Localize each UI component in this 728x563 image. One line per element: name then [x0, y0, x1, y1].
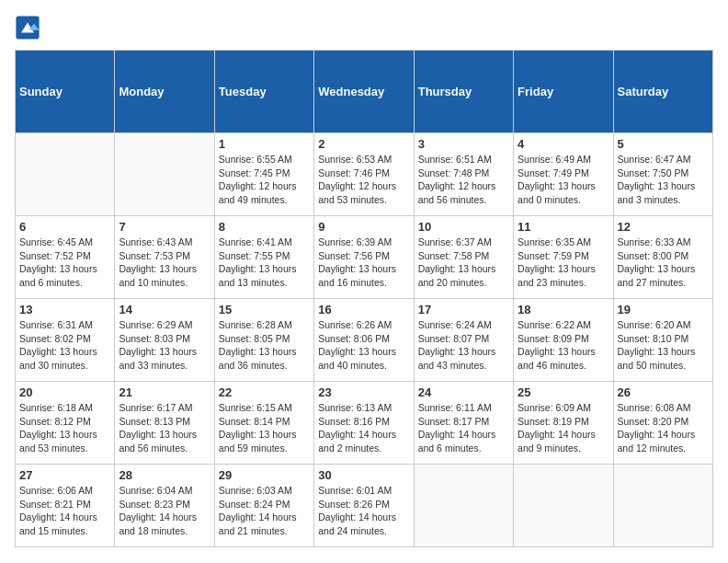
calendar-cell: 17Sunrise: 6:24 AM Sunset: 8:07 PM Dayli…	[414, 299, 513, 382]
calendar-cell: 9Sunrise: 6:39 AM Sunset: 7:56 PM Daylig…	[314, 216, 414, 299]
day-number: 9	[318, 220, 409, 234]
calendar-cell	[414, 465, 513, 547]
day-number: 30	[318, 468, 409, 482]
day-info: Sunrise: 6:26 AM Sunset: 8:06 PM Dayligh…	[318, 318, 409, 373]
day-number: 5	[618, 137, 709, 151]
day-number: 11	[518, 220, 609, 234]
calendar-cell	[115, 133, 214, 216]
day-number: 10	[418, 220, 509, 234]
calendar-cell: 30Sunrise: 6:01 AM Sunset: 8:26 PM Dayli…	[314, 465, 414, 547]
day-number: 2	[318, 137, 409, 151]
calendar-cell	[514, 465, 613, 547]
calendar-week-5: 27Sunrise: 6:06 AM Sunset: 8:21 PM Dayli…	[16, 465, 713, 547]
day-number: 4	[518, 137, 609, 151]
calendar-cell: 21Sunrise: 6:17 AM Sunset: 8:13 PM Dayli…	[115, 382, 214, 465]
calendar-cell: 6Sunrise: 6:45 AM Sunset: 7:52 PM Daylig…	[16, 216, 115, 299]
day-info: Sunrise: 6:20 AM Sunset: 8:10 PM Dayligh…	[618, 318, 709, 373]
calendar-table: SundayMondayTuesdayWednesdayThursdayFrid…	[15, 50, 713, 547]
calendar-cell: 23Sunrise: 6:13 AM Sunset: 8:16 PM Dayli…	[314, 382, 414, 465]
day-number: 6	[19, 220, 110, 234]
day-info: Sunrise: 6:03 AM Sunset: 8:24 PM Dayligh…	[219, 484, 310, 538]
day-info: Sunrise: 6:33 AM Sunset: 8:00 PM Dayligh…	[618, 236, 709, 290]
calendar-cell: 2Sunrise: 6:53 AM Sunset: 7:46 PM Daylig…	[314, 133, 414, 216]
day-info: Sunrise: 6:51 AM Sunset: 7:48 PM Dayligh…	[418, 153, 509, 207]
day-number: 25	[518, 385, 609, 399]
calendar-week-1: 1Sunrise: 6:55 AM Sunset: 7:45 PM Daylig…	[16, 133, 713, 216]
day-info: Sunrise: 6:29 AM Sunset: 8:03 PM Dayligh…	[119, 318, 210, 373]
day-number: 18	[518, 303, 609, 316]
calendar-cell: 29Sunrise: 6:03 AM Sunset: 8:24 PM Dayli…	[214, 465, 313, 547]
day-info: Sunrise: 6:41 AM Sunset: 7:55 PM Dayligh…	[219, 236, 310, 290]
calendar-cell: 20Sunrise: 6:18 AM Sunset: 8:12 PM Dayli…	[16, 382, 115, 465]
day-number: 14	[119, 303, 210, 316]
day-info: Sunrise: 6:24 AM Sunset: 8:07 PM Dayligh…	[418, 318, 509, 373]
calendar-week-3: 13Sunrise: 6:31 AM Sunset: 8:02 PM Dayli…	[16, 299, 713, 382]
calendar-cell: 3Sunrise: 6:51 AM Sunset: 7:48 PM Daylig…	[414, 133, 513, 216]
page-header	[15, 15, 713, 40]
day-number: 8	[219, 220, 310, 234]
day-info: Sunrise: 6:47 AM Sunset: 7:50 PM Dayligh…	[618, 153, 709, 207]
day-number: 22	[219, 385, 310, 399]
day-info: Sunrise: 6:01 AM Sunset: 8:26 PM Dayligh…	[318, 484, 409, 538]
calendar-cell: 27Sunrise: 6:06 AM Sunset: 8:21 PM Dayli…	[16, 465, 115, 547]
weekday-header-wednesday: Wednesday	[314, 51, 414, 133]
day-number: 29	[219, 468, 310, 482]
weekday-header-saturday: Saturday	[613, 51, 712, 133]
logo	[15, 15, 44, 40]
weekday-header-friday: Friday	[514, 51, 613, 133]
day-info: Sunrise: 6:53 AM Sunset: 7:46 PM Dayligh…	[318, 153, 409, 207]
day-number: 7	[119, 220, 210, 234]
calendar-cell	[613, 465, 712, 547]
calendar-cell: 4Sunrise: 6:49 AM Sunset: 7:49 PM Daylig…	[514, 133, 613, 216]
weekday-header-row: SundayMondayTuesdayWednesdayThursdayFrid…	[16, 51, 713, 133]
calendar-cell: 7Sunrise: 6:43 AM Sunset: 7:53 PM Daylig…	[115, 216, 214, 299]
weekday-header-monday: Monday	[115, 51, 214, 133]
calendar-cell: 22Sunrise: 6:15 AM Sunset: 8:14 PM Dayli…	[214, 382, 313, 465]
day-number: 28	[119, 468, 210, 482]
calendar-cell: 25Sunrise: 6:09 AM Sunset: 8:19 PM Dayli…	[514, 382, 613, 465]
calendar-cell: 26Sunrise: 6:08 AM Sunset: 8:20 PM Dayli…	[613, 382, 712, 465]
day-info: Sunrise: 6:45 AM Sunset: 7:52 PM Dayligh…	[19, 236, 110, 290]
calendar-cell: 18Sunrise: 6:22 AM Sunset: 8:09 PM Dayli…	[514, 299, 613, 382]
calendar-cell: 13Sunrise: 6:31 AM Sunset: 8:02 PM Dayli…	[16, 299, 115, 382]
day-number: 19	[618, 303, 709, 316]
day-info: Sunrise: 6:31 AM Sunset: 8:02 PM Dayligh…	[19, 318, 110, 373]
day-info: Sunrise: 6:37 AM Sunset: 7:58 PM Dayligh…	[418, 236, 509, 290]
calendar-week-4: 20Sunrise: 6:18 AM Sunset: 8:12 PM Dayli…	[16, 382, 713, 465]
day-number: 1	[219, 137, 310, 151]
calendar-week-2: 6Sunrise: 6:45 AM Sunset: 7:52 PM Daylig…	[16, 216, 713, 299]
day-info: Sunrise: 6:08 AM Sunset: 8:20 PM Dayligh…	[618, 401, 709, 455]
day-info: Sunrise: 6:22 AM Sunset: 8:09 PM Dayligh…	[518, 318, 609, 373]
day-number: 15	[219, 303, 310, 316]
weekday-header-tuesday: Tuesday	[214, 51, 313, 133]
day-info: Sunrise: 6:39 AM Sunset: 7:56 PM Dayligh…	[318, 236, 409, 290]
calendar-cell: 10Sunrise: 6:37 AM Sunset: 7:58 PM Dayli…	[414, 216, 513, 299]
calendar-cell: 19Sunrise: 6:20 AM Sunset: 8:10 PM Dayli…	[613, 299, 712, 382]
calendar-cell: 8Sunrise: 6:41 AM Sunset: 7:55 PM Daylig…	[214, 216, 313, 299]
day-number: 20	[19, 385, 110, 399]
day-info: Sunrise: 6:35 AM Sunset: 7:59 PM Dayligh…	[518, 236, 609, 290]
calendar-cell: 12Sunrise: 6:33 AM Sunset: 8:00 PM Dayli…	[613, 216, 712, 299]
calendar-cell: 28Sunrise: 6:04 AM Sunset: 8:23 PM Dayli…	[115, 465, 214, 547]
day-info: Sunrise: 6:15 AM Sunset: 8:14 PM Dayligh…	[219, 401, 310, 455]
logo-icon	[15, 15, 40, 40]
day-number: 16	[318, 303, 409, 316]
day-info: Sunrise: 6:04 AM Sunset: 8:23 PM Dayligh…	[119, 484, 210, 538]
day-info: Sunrise: 6:49 AM Sunset: 7:49 PM Dayligh…	[518, 153, 609, 207]
day-info: Sunrise: 6:11 AM Sunset: 8:17 PM Dayligh…	[418, 401, 509, 455]
calendar-cell: 16Sunrise: 6:26 AM Sunset: 8:06 PM Dayli…	[314, 299, 414, 382]
day-info: Sunrise: 6:55 AM Sunset: 7:45 PM Dayligh…	[219, 153, 310, 207]
calendar-cell: 24Sunrise: 6:11 AM Sunset: 8:17 PM Dayli…	[414, 382, 513, 465]
day-number: 3	[418, 137, 509, 151]
day-number: 17	[418, 303, 509, 316]
day-number: 13	[19, 303, 110, 316]
calendar-cell: 15Sunrise: 6:28 AM Sunset: 8:05 PM Dayli…	[214, 299, 313, 382]
day-number: 12	[618, 220, 709, 234]
calendar-cell: 1Sunrise: 6:55 AM Sunset: 7:45 PM Daylig…	[214, 133, 313, 216]
day-info: Sunrise: 6:17 AM Sunset: 8:13 PM Dayligh…	[119, 401, 210, 455]
day-info: Sunrise: 6:28 AM Sunset: 8:05 PM Dayligh…	[219, 318, 310, 373]
day-number: 24	[418, 385, 509, 399]
calendar-cell: 11Sunrise: 6:35 AM Sunset: 7:59 PM Dayli…	[514, 216, 613, 299]
day-info: Sunrise: 6:09 AM Sunset: 8:19 PM Dayligh…	[518, 401, 609, 455]
day-info: Sunrise: 6:43 AM Sunset: 7:53 PM Dayligh…	[119, 236, 210, 290]
